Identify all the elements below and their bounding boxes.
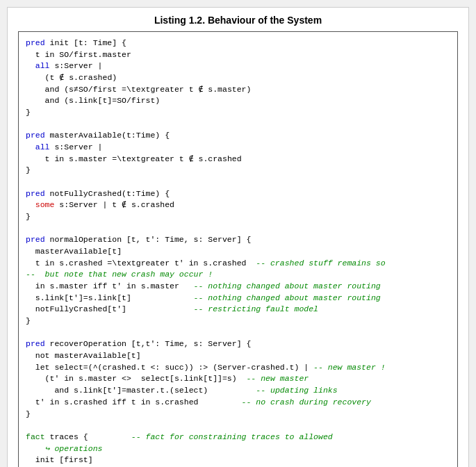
listing-title: Listing 1.2. Behaviour of the System [18,15,458,26]
page-container: Listing 1.2. Behaviour of the System pre… [7,7,469,467]
listing-label: Listing 1.2. [154,15,205,26]
listing-description: Behaviour of the System [208,15,322,26]
code-block: pred init [t: Time] { t in SO/first.mast… [18,31,458,467]
